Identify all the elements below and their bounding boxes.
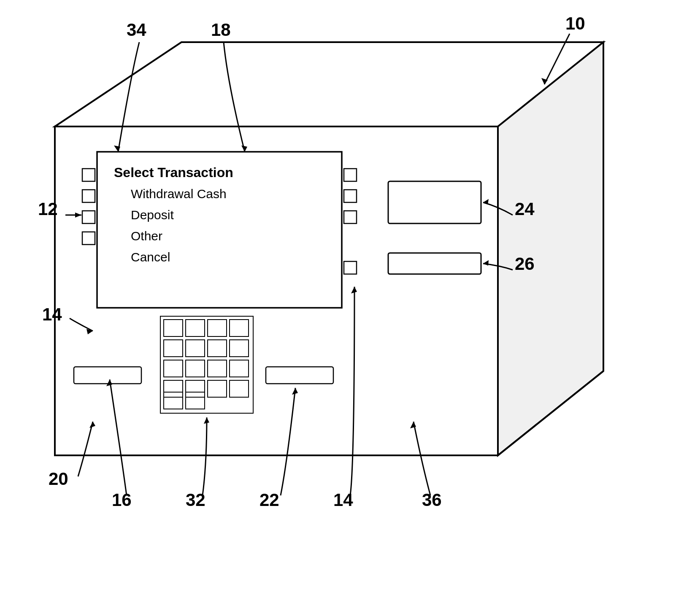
diagram-container: Select Transaction Withdrawal Cash Depos… [0,0,692,616]
label-16: 16 [112,490,132,510]
svg-text:Select Transaction: Select Transaction [114,165,233,180]
label-12: 12 [38,199,58,219]
label-36: 36 [422,490,442,510]
label-22: 22 [260,490,279,510]
svg-text:Deposit: Deposit [131,208,174,222]
svg-text:Cancel: Cancel [131,250,170,264]
label-10: 10 [565,13,585,33]
label-24: 24 [515,199,535,219]
label-14a: 14 [42,304,62,324]
label-34: 34 [127,20,146,40]
svg-text:Withdrawal Cash: Withdrawal Cash [131,187,227,201]
label-26: 26 [515,254,535,274]
svg-text:Other: Other [131,229,162,243]
label-20: 20 [49,469,68,489]
label-18: 18 [211,20,231,40]
